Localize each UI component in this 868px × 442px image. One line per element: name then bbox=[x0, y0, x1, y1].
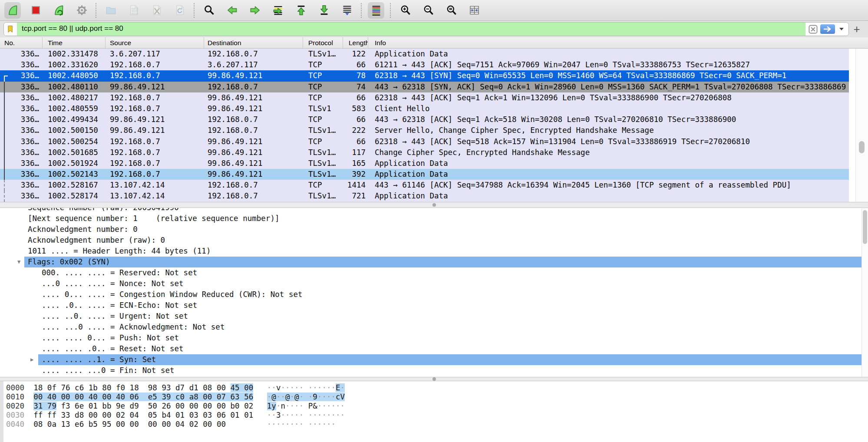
column-header-no[interactable]: No. bbox=[0, 37, 43, 48]
detail-line[interactable]: .... .... .0.. = Reset: Not set bbox=[0, 343, 868, 354]
ascii-char: · bbox=[290, 411, 295, 419]
column-header-len[interactable]: Length bbox=[343, 37, 368, 48]
column-header-proto[interactable]: Protocol bbox=[303, 37, 343, 48]
start-capture-button[interactable] bbox=[4, 2, 21, 19]
hex-byte: 50 bbox=[148, 402, 157, 410]
detail-line[interactable]: .... .... ...0 = Fin: Not set bbox=[0, 365, 868, 376]
apply-filter-button[interactable] bbox=[820, 24, 835, 34]
go-to-top-button[interactable] bbox=[293, 2, 309, 19]
auto-scroll-button[interactable] bbox=[339, 2, 355, 19]
collapse-triangle-icon[interactable]: ▼ bbox=[17, 257, 20, 267]
packet-row[interactable]: 336…1002.52816713.107.42.14192.168.0.7TC… bbox=[0, 180, 849, 191]
detail-line[interactable]: .... .0.. .... = ECN-Echo: Not set bbox=[0, 300, 868, 311]
hex-row[interactable]: 0010 00 40 00 00 40 00 40 06 e5 39 c0 a8… bbox=[6, 393, 868, 402]
packet-source-cell: 192.168.0.7 bbox=[106, 92, 204, 103]
go-to-bottom-button[interactable] bbox=[316, 2, 332, 19]
resize-columns-button[interactable] bbox=[466, 2, 482, 19]
detail-line[interactable]: .... .... 0... = Push: Not set bbox=[0, 333, 868, 343]
detail-line[interactable]: 000. .... .... = Reserved: Not set bbox=[0, 267, 868, 278]
packet-row[interactable]: 336…1002.448050192.168.0.799.86.49.121TC… bbox=[0, 70, 849, 81]
detail-line[interactable]: ...0 .... .... = Nonce: Not set bbox=[0, 278, 868, 289]
filter-expression-input[interactable]: tcp.port == 80 || udp.port == 80 bbox=[17, 23, 805, 36]
hex-byte: 00 bbox=[61, 393, 70, 401]
detail-line[interactable]: Acknowledgment number: 0 bbox=[0, 224, 868, 235]
packet-row[interactable]: 336…1002.500254192.168.0.799.86.49.121TC… bbox=[0, 136, 849, 147]
zoom-out-button[interactable] bbox=[420, 2, 436, 19]
scrollbar-thumb[interactable] bbox=[859, 141, 865, 153]
column-header-info[interactable]: Info bbox=[368, 37, 868, 48]
stop-capture-button[interactable] bbox=[27, 2, 44, 19]
zoom-in-button[interactable] bbox=[397, 2, 413, 19]
ascii-gap bbox=[304, 411, 308, 419]
detail-line[interactable]: [Next sequence number: 1 (relative seque… bbox=[0, 213, 868, 224]
scrollbar-thumb[interactable] bbox=[863, 210, 867, 244]
ascii-char: · bbox=[317, 420, 322, 429]
go-to-packet-button[interactable] bbox=[270, 2, 286, 19]
hex-byte: 04 bbox=[175, 420, 185, 429]
ascii-char: · bbox=[281, 420, 285, 429]
hex-byte: 00 bbox=[203, 393, 212, 401]
arrow-left-icon bbox=[226, 4, 238, 16]
column-header-src[interactable]: Source bbox=[106, 37, 204, 48]
clear-filter-button[interactable] bbox=[809, 25, 818, 34]
splitter-details-bytes[interactable] bbox=[0, 377, 868, 381]
column-header-dst[interactable]: Destination bbox=[204, 37, 303, 48]
expand-triangle-icon[interactable]: ▶ bbox=[30, 354, 33, 365]
save-file-button[interactable]: 010100110101110 bbox=[125, 2, 142, 19]
hex-gap bbox=[185, 383, 189, 392]
reload-file-button[interactable] bbox=[172, 2, 188, 19]
detail-line[interactable]: 1011 .... = Header Length: 44 bytes (11) bbox=[0, 246, 868, 257]
packet-row[interactable]: 336…1002.3314783.6.207.117192.168.0.7TLS… bbox=[0, 49, 849, 59]
packet-no-cell: 336… bbox=[0, 70, 43, 81]
find-packet-button[interactable] bbox=[201, 2, 217, 19]
hex-row[interactable]: 0000 18 0f 76 c6 1b 80 f0 18 98 93 d7 d1… bbox=[6, 383, 868, 393]
packet-row[interactable]: 336…1002.501924192.168.0.799.86.49.121TL… bbox=[0, 158, 849, 169]
zoom-reset-button[interactable] bbox=[443, 2, 459, 19]
filter-dropdown-caret[interactable] bbox=[839, 28, 844, 30]
colorize-button[interactable] bbox=[368, 2, 384, 19]
svg-text:01110: 01110 bbox=[131, 12, 138, 15]
packet-row[interactable]: 336…1002.50015099.86.49.121192.168.0.7TL… bbox=[0, 125, 849, 136]
close-file-button[interactable] bbox=[149, 2, 165, 19]
capture-options-button[interactable] bbox=[73, 2, 90, 19]
ascii-gap bbox=[304, 393, 308, 401]
packet-row[interactable]: 336…1002.331620192.168.0.73.6.207.117TCP… bbox=[0, 59, 849, 70]
hex-row[interactable]: 0020 31 79 f3 6e 01 bb 9e d9 50 26 00 00… bbox=[6, 402, 868, 411]
open-file-button[interactable] bbox=[102, 2, 119, 19]
details-scrollbar[interactable] bbox=[861, 208, 868, 377]
packet-row[interactable]: 336…1002.480217192.168.0.799.86.49.121TC… bbox=[0, 92, 849, 103]
detail-line[interactable]: ▼Flags: 0x002 (SYN) bbox=[0, 257, 868, 267]
packet-list-scrollbar[interactable] bbox=[855, 49, 868, 202]
hex-row[interactable]: 0030 ff ff 33 d8 00 00 02 04 05 b4 01 03… bbox=[6, 411, 868, 420]
packet-row[interactable]: 336…1002.48011099.86.49.121192.168.0.7TC… bbox=[0, 82, 849, 92]
add-filter-button[interactable]: + bbox=[849, 22, 865, 36]
detail-line[interactable]: .... ...0 .... = Acknowledgment: Not set bbox=[0, 322, 868, 333]
ascii-char: · bbox=[276, 420, 281, 429]
column-header-time[interactable]: Time bbox=[43, 37, 106, 48]
packet-row[interactable]: 336…1002.502143192.168.0.799.86.49.121TL… bbox=[0, 169, 849, 180]
detail-line-text: ...0 .... .... = Nonce: Not set bbox=[38, 278, 868, 289]
display-filter-field[interactable]: tcp.port == 80 || udp.port == 80 bbox=[3, 22, 849, 36]
detail-line[interactable]: Sequence number (raw): 2005041990 bbox=[0, 208, 868, 213]
packet-row[interactable]: 336…1002.501685192.168.0.799.86.49.121TL… bbox=[0, 147, 849, 158]
ascii-char: · bbox=[294, 411, 299, 419]
hex-byte: 06 bbox=[130, 393, 139, 401]
detail-line[interactable]: ▶.... .... ..1. = Syn: Set bbox=[0, 354, 868, 365]
go-back-button[interactable] bbox=[224, 2, 240, 19]
hex-row[interactable]: 0040 08 0a 13 e6 b5 95 00 00 00 00 04 02… bbox=[6, 420, 868, 429]
splitter-list-details[interactable] bbox=[0, 202, 868, 208]
restart-capture-button[interactable] bbox=[50, 2, 67, 19]
detail-line[interactable]: .... 0... .... = Congestion Window Reduc… bbox=[0, 289, 868, 300]
packet-row[interactable]: 336…1002.52817413.107.42.14192.168.0.7TL… bbox=[0, 191, 849, 201]
conversation-mark-icon bbox=[4, 125, 8, 136]
go-forward-button[interactable] bbox=[247, 2, 263, 19]
packet-row[interactable]: 336…1002.480559192.168.0.799.86.49.121TL… bbox=[0, 103, 849, 114]
hex-byte: 00 bbox=[189, 402, 198, 410]
filter-bookmark-button[interactable] bbox=[4, 23, 17, 36]
detail-line[interactable]: Acknowledgment number (raw): 0 bbox=[0, 235, 868, 246]
ascii-char: · bbox=[290, 420, 295, 429]
packet-row[interactable]: 336…1002.49943499.86.49.121192.168.0.7TC… bbox=[0, 114, 849, 125]
hex-gap bbox=[43, 411, 47, 419]
detail-line[interactable]: .... ..0. .... = Urgent: Not set bbox=[0, 311, 868, 322]
ascii-char: · bbox=[331, 411, 336, 419]
